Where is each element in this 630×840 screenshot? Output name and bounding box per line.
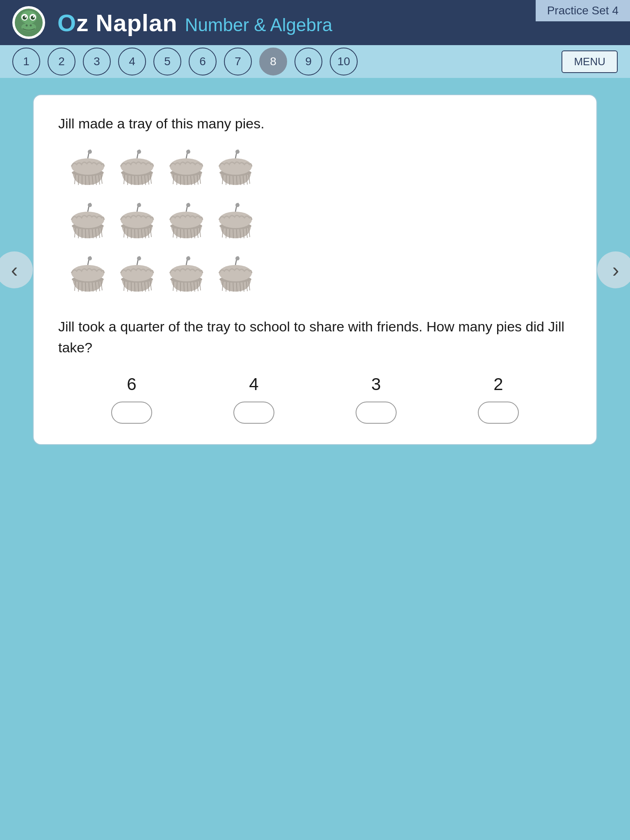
next-icon: ›: [612, 258, 619, 282]
practice-set-badge: Practice Set 4: [536, 0, 630, 21]
nav-btn-5[interactable]: 5: [153, 48, 181, 75]
nav-btn-8[interactable]: 8: [259, 48, 287, 75]
answer-label-3: 3: [371, 374, 381, 394]
svg-point-9: [26, 25, 28, 27]
answer-bubble-3[interactable]: [356, 402, 397, 424]
svg-point-49: [186, 150, 190, 154]
logo: [12, 6, 45, 39]
svg-point-140: [137, 256, 141, 260]
nav-btn-10[interactable]: 10: [330, 48, 358, 75]
prev-icon: ‹: [11, 258, 18, 282]
answer-bubble-6[interactable]: [111, 402, 152, 424]
svg-point-62: [235, 150, 240, 154]
pies-grid: [66, 144, 572, 300]
pie-icon: [214, 251, 257, 296]
pie-icon: [66, 144, 110, 189]
nav-btn-2[interactable]: 2: [48, 48, 75, 75]
app-title: Oz Naplan: [57, 9, 178, 37]
app-title-container: Oz Naplan Number & Algebra: [57, 9, 332, 37]
answer-option-3: 3: [356, 374, 397, 424]
nav-btn-9[interactable]: 9: [294, 48, 322, 75]
svg-point-7: [25, 16, 26, 18]
pie-icon: [116, 251, 159, 296]
pie-icon: [116, 197, 159, 242]
answer-option-4: 4: [233, 374, 274, 424]
svg-point-127: [88, 256, 92, 260]
nav-btn-7[interactable]: 7: [224, 48, 252, 75]
pie-icon: [165, 251, 208, 296]
answer-label-4: 4: [249, 374, 258, 394]
answer-option-2: 2: [478, 374, 519, 424]
svg-point-166: [235, 256, 240, 260]
nav-btn-1[interactable]: 1: [12, 48, 40, 75]
svg-point-5: [23, 16, 27, 20]
svg-point-23: [88, 150, 92, 154]
nav-bar: 1 2 3 4 5 6 7 8 9 10 MENU: [0, 45, 630, 78]
nav-btn-4[interactable]: 4: [118, 48, 146, 75]
answer-option-6: 6: [111, 374, 152, 424]
pie-icon: [116, 144, 159, 189]
answer-label-2: 2: [493, 374, 503, 394]
svg-point-101: [186, 203, 190, 207]
answer-bubble-4[interactable]: [233, 402, 274, 424]
svg-point-153: [186, 256, 190, 260]
question-text-2: Jill took a quarter of the tray to schoo…: [58, 316, 572, 358]
svg-point-6: [31, 16, 35, 20]
nav-btn-3[interactable]: 3: [83, 48, 111, 75]
pie-icon: [214, 197, 257, 242]
svg-point-114: [235, 203, 240, 207]
pie-icon: [214, 144, 257, 189]
svg-point-75: [88, 203, 92, 207]
croc-icon: [14, 8, 43, 37]
pie-icon: [165, 197, 208, 242]
question-card: Jill made a tray of this many pies.: [33, 94, 597, 445]
next-arrow-button[interactable]: ›: [597, 251, 630, 288]
prev-arrow-button[interactable]: ‹: [0, 251, 33, 288]
svg-point-88: [137, 203, 141, 207]
pie-icon: [66, 251, 110, 296]
answer-bubble-2[interactable]: [478, 402, 519, 424]
pie-icon: [66, 197, 110, 242]
svg-point-36: [137, 150, 141, 154]
pie-icon: [165, 144, 208, 189]
nav-btn-6[interactable]: 6: [189, 48, 217, 75]
svg-point-10: [30, 25, 32, 27]
answers-container: 6 4 3 2: [58, 374, 572, 424]
subject-title: Number & Algebra: [185, 15, 333, 35]
svg-point-8: [33, 16, 34, 18]
question-text-1: Jill made a tray of this many pies.: [58, 116, 572, 132]
menu-button[interactable]: MENU: [562, 50, 618, 73]
main-area: ‹ Jill made a tray of this many pies.: [0, 78, 630, 461]
answer-label-6: 6: [127, 374, 136, 394]
